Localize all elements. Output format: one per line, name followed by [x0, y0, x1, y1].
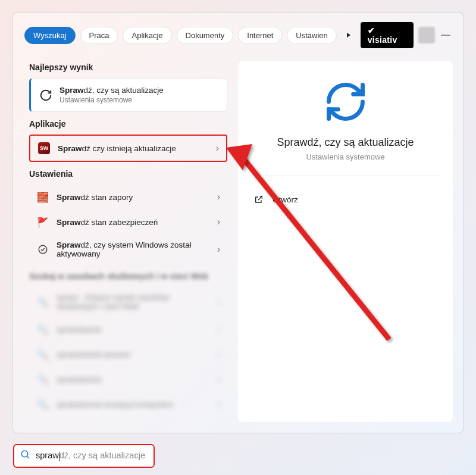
section-web: Szukaj w zasobach służbowych i w sieci W…	[29, 271, 227, 281]
web-result-title: sprawdzanie pisowni	[57, 350, 131, 359]
web-result-title: spraw - Zobacz wyniki zasobów służbowych…	[57, 293, 193, 311]
search-icon: 🔍	[36, 373, 49, 386]
search-icon: 🔍	[36, 295, 49, 308]
content-body: Najlepszy wynik Sprawdź, czy są aktualiz…	[12, 55, 464, 433]
tab-search[interactable]: Wyszukaj	[24, 27, 76, 44]
tabs-row: Wyszukaj Praca Aplikacje Dokumenty Inter…	[12, 12, 464, 55]
check-circle-icon	[36, 243, 49, 256]
search-input[interactable]: sprawdź, czy są aktualizacje	[36, 451, 145, 461]
solidworks-icon: SW	[37, 142, 51, 155]
minimize-button[interactable]: —	[440, 30, 452, 40]
search-bar[interactable]: sprawdź, czy są aktualizacje	[13, 444, 155, 468]
results-panel: Najlepszy wynik Sprawdź, czy są aktualiz…	[12, 55, 238, 433]
app-result-item[interactable]: SW Sprawdź czy istnieją aktualizacje ›	[29, 135, 227, 162]
tab-internet[interactable]: Internet	[238, 27, 282, 44]
chevron-right-icon: ›	[217, 217, 220, 227]
web-result-item[interactable]: 🔍 sprawdzenie kondycji komputera ›	[29, 392, 227, 417]
preview-panel: Sprawdź, czy są aktualizacje Ustawienia …	[238, 55, 464, 433]
settings-result-firewall[interactable]: 🧱 Sprawdź stan zapory ›	[29, 185, 227, 210]
web-result-item[interactable]: 🔍 spraw - Zobacz wyniki zasobów służbowy…	[29, 287, 227, 317]
refresh-icon	[39, 89, 52, 102]
search-icon	[20, 449, 31, 462]
open-external-icon	[252, 193, 265, 206]
divider	[250, 176, 441, 176]
more-tabs-button[interactable]	[342, 28, 356, 42]
web-result-title: sprawdzanie	[57, 325, 102, 334]
tab-apps[interactable]: Aplikacje	[123, 27, 171, 44]
settings-result-security[interactable]: 🚩 Sprawdź stan zabezpieczeń ›	[29, 210, 227, 235]
svg-point-0	[39, 245, 47, 254]
settings-result-title: Sprawdź, czy system Windows został aktyw…	[57, 240, 193, 258]
chevron-right-icon: ›	[217, 374, 220, 385]
search-icon: 🔍	[36, 398, 49, 411]
best-match-subtitle: Ustawienia systemowe	[60, 96, 164, 104]
web-result-title: sprawdzenie	[57, 375, 102, 384]
refresh-large-icon	[322, 78, 369, 126]
best-match-item[interactable]: Sprawdź, czy są aktualizacje Ustawienia …	[29, 78, 227, 112]
chevron-right-icon: ›	[217, 244, 220, 255]
chevron-right-icon: ›	[217, 324, 220, 335]
brand-badge: ✔ visiativ	[361, 22, 414, 48]
tab-work[interactable]: Praca	[80, 27, 118, 44]
section-apps: Aplikacje	[29, 119, 227, 129]
web-result-item[interactable]: 🔍 sprawdzenie ›	[29, 367, 227, 392]
tab-docs[interactable]: Dokumenty	[177, 27, 234, 44]
search-icon: 🔍	[36, 323, 49, 336]
open-label: Otwórz	[273, 195, 298, 204]
svg-point-3	[21, 451, 28, 457]
flag-icon: 🚩	[36, 215, 49, 229]
avatar[interactable]	[418, 27, 435, 43]
web-result-item[interactable]: 🔍 sprawdzanie ›	[29, 317, 227, 342]
chevron-right-icon: ›	[216, 143, 219, 154]
firewall-icon: 🧱	[36, 190, 49, 204]
settings-result-title: Sprawdź stan zabezpieczeń	[57, 218, 158, 227]
preview-card: Sprawdź, czy są aktualizacje Ustawienia …	[238, 61, 453, 422]
app-result-title: Sprawdź czy istnieją aktualizacje	[58, 144, 176, 153]
tab-settings[interactable]: Ustawien	[287, 27, 336, 44]
chevron-right-icon: ›	[217, 349, 220, 360]
web-result-item[interactable]: 🔍 sprawdzanie pisowni ›	[29, 342, 227, 367]
settings-result-activation[interactable]: Sprawdź, czy system Windows został aktyw…	[29, 235, 227, 264]
search-window: Wyszukaj Praca Aplikacje Dokumenty Inter…	[12, 12, 464, 433]
section-settings: Ustawienia	[29, 169, 227, 179]
svg-line-4	[27, 456, 29, 458]
best-match-title: Sprawdź, czy są aktualizacje	[60, 86, 164, 95]
chevron-right-icon: ›	[217, 296, 220, 307]
settings-result-title: Sprawdź stan zapory	[57, 193, 133, 202]
section-best-match: Najlepszy wynik	[29, 62, 227, 72]
chevron-right-icon: ›	[217, 192, 220, 202]
search-icon: 🔍	[36, 348, 49, 361]
open-action[interactable]: Otwórz	[250, 188, 441, 211]
preview-title: Sprawdź, czy są aktualizacje	[250, 136, 441, 149]
preview-subtitle: Ustawienia systemowe	[250, 152, 441, 161]
web-result-title: sprawdzenie kondycji komputera	[57, 400, 173, 409]
chevron-right-icon: ›	[217, 399, 220, 410]
